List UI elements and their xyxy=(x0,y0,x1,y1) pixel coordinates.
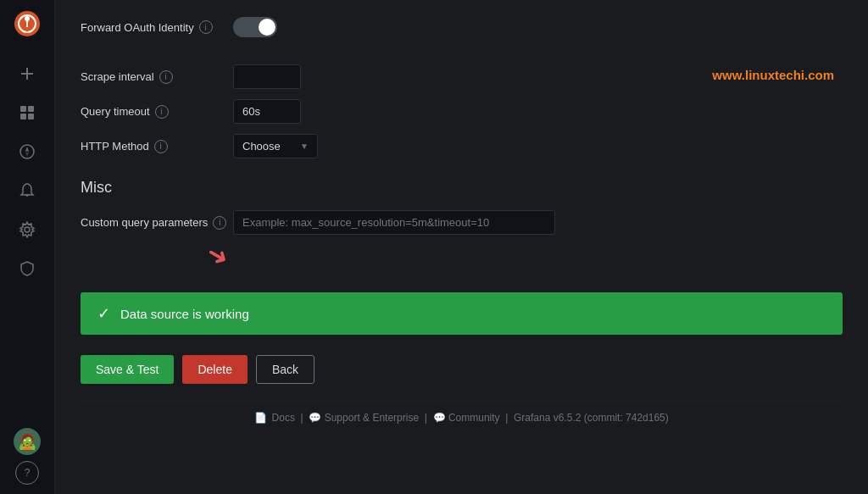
main-content: www.linuxtechi.com Forward OAuth Identit… xyxy=(55,0,868,494)
svg-point-15 xyxy=(25,227,30,232)
save-test-button[interactable]: Save & Test xyxy=(81,355,174,384)
http-method-info-icon[interactable]: i xyxy=(154,140,168,153)
watermark: www.linuxtechi.com xyxy=(712,68,834,82)
svg-marker-12 xyxy=(25,152,29,157)
forward-oauth-toggle[interactable] xyxy=(233,17,277,37)
custom-query-row: Custom query parameters i xyxy=(81,210,843,235)
check-icon: ✓ xyxy=(97,304,110,323)
settings-icon[interactable] xyxy=(10,213,44,247)
footer-support-icon: 💬 xyxy=(309,412,321,424)
compass-icon[interactable] xyxy=(10,135,44,169)
toggle-track[interactable] xyxy=(233,17,277,37)
svg-rect-6 xyxy=(20,106,26,112)
footer-version: Grafana v6.5.2 (commit: 742d165) xyxy=(514,412,669,424)
sidebar: 🧟 ? xyxy=(0,0,55,494)
shield-icon[interactable] xyxy=(10,252,44,286)
http-method-dropdown[interactable]: Choose ▼ xyxy=(233,134,318,158)
svg-marker-11 xyxy=(25,147,29,152)
scrape-interval-info-icon[interactable]: i xyxy=(159,70,173,84)
add-icon[interactable] xyxy=(10,57,44,91)
query-timeout-input[interactable] xyxy=(233,99,301,124)
query-timeout-info-icon[interactable]: i xyxy=(155,105,169,119)
back-button[interactable]: Back xyxy=(256,355,314,384)
dashboard-icon[interactable] xyxy=(10,96,44,130)
custom-query-label: Custom query parameters i xyxy=(81,216,233,230)
delete-button[interactable]: Delete xyxy=(182,355,247,384)
success-banner: ✓ Data source is working xyxy=(81,292,843,335)
help-icon[interactable]: ? xyxy=(15,461,39,485)
grafana-logo[interactable] xyxy=(10,7,44,41)
action-buttons: Save & Test Delete Back xyxy=(81,355,843,384)
svg-point-2 xyxy=(25,16,30,21)
svg-rect-8 xyxy=(20,114,26,119)
footer: 📄 Docs | 💬 Support & Enterprise | 💬 Comm… xyxy=(81,401,843,424)
custom-query-input[interactable] xyxy=(233,210,555,235)
dropdown-arrow-icon: ▼ xyxy=(300,142,309,151)
svg-rect-9 xyxy=(28,114,34,119)
query-timeout-label: Query timeout i xyxy=(81,105,233,119)
custom-query-info-icon[interactable]: i xyxy=(213,216,226,230)
http-method-row: HTTP Method i Choose ▼ xyxy=(81,134,843,158)
forward-oauth-label: Forward OAuth Identity i xyxy=(81,20,233,34)
query-timeout-row: Query timeout i xyxy=(81,99,843,124)
user-avatar[interactable]: 🧟 xyxy=(14,428,41,455)
svg-rect-7 xyxy=(28,106,34,112)
forward-oauth-row: Forward OAuth Identity i xyxy=(81,17,843,37)
arrow-annotation: ➜ xyxy=(202,237,235,274)
bell-icon[interactable] xyxy=(10,174,44,208)
footer-docs-icon: 📄 xyxy=(254,412,267,424)
scrape-interval-label: Scrape interval i xyxy=(81,70,233,84)
arrow-area: ➜ xyxy=(81,245,843,279)
footer-community-icon: 💬 xyxy=(433,412,446,424)
toggle-thumb xyxy=(259,19,275,36)
misc-heading: Misc xyxy=(81,179,843,197)
footer-support-link[interactable]: Support & Enterprise xyxy=(325,412,419,424)
success-message: Data source is working xyxy=(120,307,249,321)
forward-oauth-info-icon[interactable]: i xyxy=(199,20,213,34)
scrape-interval-input[interactable] xyxy=(233,64,301,89)
footer-community-link[interactable]: Community xyxy=(448,412,500,424)
http-method-label: HTTP Method i xyxy=(81,140,233,153)
footer-docs-link[interactable]: Docs xyxy=(272,412,295,424)
